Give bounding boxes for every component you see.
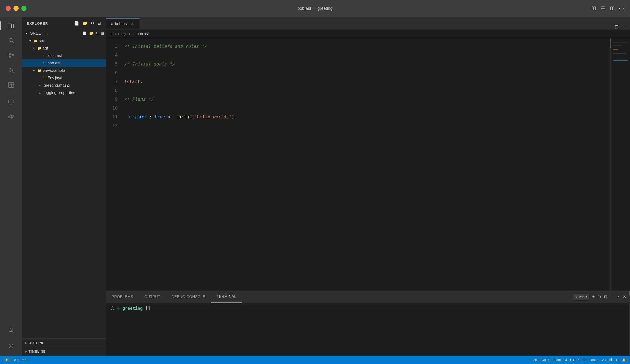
minimize-button[interactable]: [14, 6, 18, 11]
refresh-icon[interactable]: ↻: [90, 20, 94, 26]
sidebar-header-actions: 📄 📁 ↻ ⊟: [74, 20, 101, 26]
editor-layout-icon[interactable]: ⊟: [615, 24, 618, 29]
breadcrumb-file-icon: ≡: [132, 32, 134, 35]
activity-item-accounts[interactable]: [4, 323, 18, 337]
panel-content[interactable]: ➜ greeting []: [106, 303, 630, 356]
new-folder-action-icon[interactable]: 📁: [89, 31, 94, 35]
panel-area: PROBLEMS OUTPUT DEBUG CONSOLE TERMINAL ▷…: [106, 291, 630, 356]
bell-icon: 🔔: [622, 358, 626, 362]
outline-panel-header[interactable]: ▶ OUTLINE: [22, 339, 106, 347]
terminal-icon: ▷: [575, 295, 578, 299]
svg-rect-0: [592, 7, 594, 10]
sidebar-toggle-icon[interactable]: [591, 5, 596, 11]
env-label: env/example: [42, 68, 65, 73]
root-label: GREETI...: [30, 31, 48, 36]
panel-tab-terminal[interactable]: TERMINAL: [211, 291, 242, 303]
minimap: [612, 38, 630, 291]
tab-bob-asl[interactable]: ≡ bob.asl ✕: [106, 18, 140, 29]
shell-dropdown-icon: ▾: [586, 295, 587, 298]
tree-logging-props[interactable]: ≡ logging.properties: [22, 89, 106, 97]
layout-icon[interactable]: [600, 5, 606, 11]
panel-tab-problems[interactable]: PROBLEMS: [106, 291, 139, 303]
status-spell[interactable]: ✓ Spell: [600, 358, 614, 362]
status-encoding[interactable]: UTF-8: [569, 358, 581, 362]
maximize-button[interactable]: [22, 6, 26, 11]
tree-greeting-mas2j[interactable]: ≡ greeting.mas2j: [22, 82, 106, 89]
svg-rect-4: [610, 7, 612, 10]
status-errors[interactable]: ⊘ 0 ⚠ 0: [12, 358, 29, 362]
new-file-action-icon[interactable]: 📄: [82, 31, 87, 35]
collapse-action-icon[interactable]: ⊟: [101, 31, 104, 35]
status-spaces[interactable]: Spaces: 4: [551, 358, 568, 362]
activity-item-search[interactable]: [4, 33, 18, 47]
agt-folder-icon: 📁: [37, 46, 41, 50]
split-editor-icon[interactable]: [610, 5, 615, 11]
scrollbar-thumb[interactable]: [610, 39, 611, 48]
collapse-icon[interactable]: ⊟: [97, 20, 101, 26]
tree-agt[interactable]: ▼ 📁 agt: [22, 45, 106, 52]
tree-root[interactable]: ▼ GREETI... 📄 📁 ↻ ⊟: [22, 30, 106, 37]
bob-asl-label: bob.asl: [48, 61, 60, 65]
activity-item-remote[interactable]: [4, 95, 18, 109]
svg-rect-8: [12, 24, 14, 28]
activity-item-explorer[interactable]: [4, 18, 18, 32]
status-position[interactable]: Ln 1, Col 1: [532, 358, 551, 362]
code-editor[interactable]: 3 4 5 6 7 8 9 10 11 12 /* Initial belief…: [106, 38, 612, 291]
tab-label: bob.asl: [115, 21, 128, 26]
tab-close-icon[interactable]: ✕: [130, 21, 135, 27]
svg-rect-1: [594, 7, 596, 10]
split-terminal-icon[interactable]: ⊟: [598, 294, 601, 300]
activity-item-extensions[interactable]: [4, 78, 18, 92]
panel-scrollbar-thumb[interactable]: [629, 291, 630, 296]
code-line-5: /* Initial goals */: [124, 59, 612, 68]
tree-env-example[interactable]: ▼ 📁 env/example: [22, 67, 106, 74]
activity-item-docker[interactable]: [4, 110, 18, 124]
activity-bar: [0, 17, 22, 356]
svg-point-30: [10, 328, 12, 330]
breadcrumb-file[interactable]: ≡ bob.asl: [132, 32, 148, 36]
activity-item-run[interactable]: [4, 63, 18, 77]
panel-maximize-icon[interactable]: ∧: [617, 294, 620, 300]
agt-label: agt: [42, 46, 48, 51]
code-line-8: [124, 86, 612, 95]
tree-env-java[interactable]: J Env.java: [22, 74, 106, 82]
new-folder-icon[interactable]: 📁: [82, 20, 88, 26]
code-line-10: [124, 104, 612, 112]
editor-more-icon[interactable]: ···: [622, 24, 625, 29]
traffic-lights: [6, 6, 26, 11]
tab-modified-indicator: ≡: [111, 22, 112, 26]
panel-tab-output[interactable]: OUTPUT: [139, 291, 166, 303]
trash-icon[interactable]: 🗑: [604, 294, 608, 299]
panel-close-icon[interactable]: ✕: [623, 294, 626, 300]
new-terminal-btn[interactable]: ▷ zsh ▾: [573, 294, 589, 300]
status-user[interactable]: Jason: [588, 358, 600, 362]
new-file-icon[interactable]: 📄: [74, 20, 80, 26]
close-button[interactable]: [6, 6, 11, 11]
svg-rect-7: [9, 23, 11, 28]
panel-tab-debug-console[interactable]: DEBUG CONSOLE: [166, 291, 211, 303]
status-broadcast[interactable]: ⊕: [614, 358, 620, 362]
status-remote[interactable]: ⚡: [3, 358, 10, 362]
code-token: "hello world.": [194, 112, 232, 121]
timeline-panel-header[interactable]: ▶ TIMELINE: [22, 347, 106, 356]
breadcrumb-src[interactable]: src: [111, 32, 116, 36]
svg-point-12: [9, 56, 10, 58]
panel-scrollbar[interactable]: [628, 291, 630, 356]
title-bar: bob.asl — greeting ⋮⋮: [0, 0, 630, 17]
tree-alice-asl[interactable]: ≡ alice.asl: [22, 52, 106, 59]
outline-chevron-icon: ▶: [25, 341, 27, 345]
code-line-4: [124, 51, 612, 59]
activity-item-settings[interactable]: [4, 339, 18, 353]
refresh-action-icon[interactable]: ↻: [96, 31, 99, 35]
scrollbar[interactable]: [610, 38, 612, 291]
tree-bob-asl[interactable]: ≡ bob.asl: [22, 59, 106, 67]
status-notifications[interactable]: 🔔: [620, 358, 627, 362]
status-line-ending[interactable]: LF: [581, 358, 588, 362]
add-terminal-icon[interactable]: +: [592, 294, 595, 299]
tree-src[interactable]: ▼ 📁 src: [22, 37, 106, 45]
breadcrumb-agt[interactable]: agt: [122, 32, 127, 36]
error-icon: ⊘: [14, 358, 16, 362]
more-actions-icon[interactable]: ⋮⋮: [619, 5, 624, 11]
activity-item-source-control[interactable]: [4, 48, 18, 62]
panel-more-icon[interactable]: ···: [611, 294, 614, 299]
